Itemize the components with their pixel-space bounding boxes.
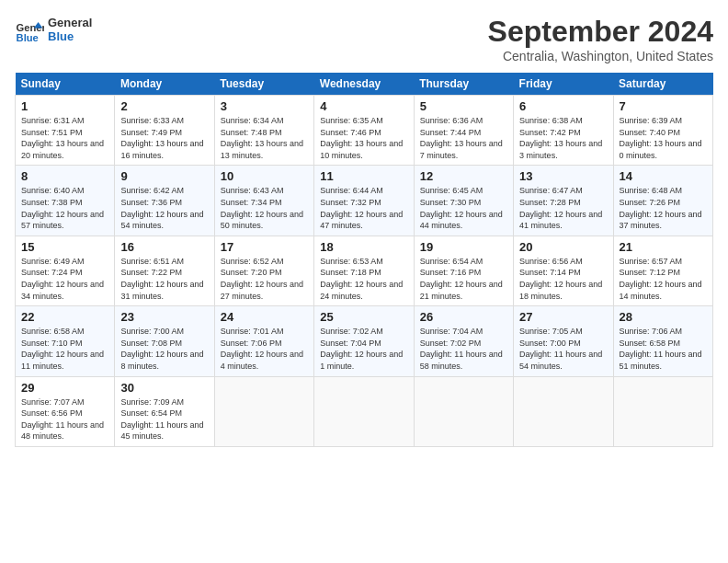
day-info: Sunrise: 6:51 AM Sunset: 7:22 PM Dayligh… — [120, 256, 208, 302]
day-number: 6 — [519, 99, 607, 113]
calendar-cell — [613, 376, 712, 446]
sunrise: Sunrise: 6:48 AM — [620, 185, 707, 197]
calendar-cell: 10 Sunrise: 6:43 AM Sunset: 7:34 PM Dayl… — [214, 166, 313, 236]
day-info: Sunrise: 6:36 AM Sunset: 7:44 PM Dayligh… — [420, 115, 507, 161]
sunrise: Sunrise: 6:57 AM — [620, 256, 707, 268]
calendar-cell: 7 Sunrise: 6:39 AM Sunset: 7:40 PM Dayli… — [613, 96, 712, 166]
header: General Blue General Blue September 2024… — [15, 15, 713, 63]
sunset: Sunset: 7:18 PM — [320, 267, 407, 279]
day-info: Sunrise: 6:34 AM Sunset: 7:48 PM Dayligh… — [221, 115, 308, 161]
daylight: Daylight: 13 hours and 3 minutes. — [519, 138, 607, 161]
calendar-table: Sunday Monday Tuesday Wednesday Thursday… — [15, 73, 713, 447]
sunset: Sunset: 7:22 PM — [120, 267, 208, 279]
main-title: September 2024 — [488, 15, 713, 49]
daylight: Daylight: 13 hours and 10 minutes. — [320, 138, 407, 161]
calendar-cell: 25 Sunrise: 7:02 AM Sunset: 7:04 PM Dayl… — [314, 306, 414, 376]
day-info: Sunrise: 6:49 AM Sunset: 7:24 PM Dayligh… — [21, 256, 108, 302]
calendar-cell — [214, 376, 313, 446]
sunset: Sunset: 7:14 PM — [519, 267, 607, 279]
header-sunday: Sunday — [16, 73, 115, 96]
daylight: Daylight: 12 hours and 24 minutes. — [320, 279, 407, 302]
sunrise: Sunrise: 6:39 AM — [620, 115, 707, 127]
daylight: Daylight: 13 hours and 20 minutes. — [21, 138, 108, 161]
day-info: Sunrise: 6:48 AM Sunset: 7:26 PM Dayligh… — [620, 185, 707, 231]
day-info: Sunrise: 6:42 AM Sunset: 7:36 PM Dayligh… — [120, 185, 208, 231]
logo-icon: General Blue — [15, 15, 44, 44]
day-info: Sunrise: 7:09 AM Sunset: 6:54 PM Dayligh… — [120, 396, 208, 442]
calendar-cell: 4 Sunrise: 6:35 AM Sunset: 7:46 PM Dayli… — [314, 96, 414, 166]
calendar-cell: 8 Sunrise: 6:40 AM Sunset: 7:38 PM Dayli… — [16, 166, 115, 236]
day-number: 27 — [519, 310, 607, 324]
day-number: 8 — [21, 169, 108, 183]
sunset: Sunset: 7:04 PM — [320, 338, 407, 350]
sunrise: Sunrise: 6:47 AM — [519, 185, 607, 197]
day-info: Sunrise: 6:56 AM Sunset: 7:14 PM Dayligh… — [519, 256, 607, 302]
daylight: Daylight: 13 hours and 0 minutes. — [620, 138, 707, 161]
daylight: Daylight: 12 hours and 8 minutes. — [120, 349, 208, 372]
daylight: Daylight: 12 hours and 27 minutes. — [221, 279, 308, 302]
day-number: 28 — [620, 310, 707, 324]
calendar-cell: 3 Sunrise: 6:34 AM Sunset: 7:48 PM Dayli… — [214, 96, 313, 166]
calendar-week-row: 1 Sunrise: 6:31 AM Sunset: 7:51 PM Dayli… — [16, 96, 713, 166]
sunset: Sunset: 7:34 PM — [221, 197, 308, 209]
calendar-cell: 28 Sunrise: 7:06 AM Sunset: 6:58 PM Dayl… — [613, 306, 712, 376]
sunset: Sunset: 6:58 PM — [620, 338, 707, 350]
sunset: Sunset: 7:26 PM — [620, 197, 707, 209]
day-number: 22 — [21, 310, 108, 324]
day-number: 24 — [221, 310, 308, 324]
day-info: Sunrise: 6:45 AM Sunset: 7:30 PM Dayligh… — [420, 185, 507, 231]
sunrise: Sunrise: 6:49 AM — [21, 256, 108, 268]
sunrise: Sunrise: 6:34 AM — [221, 115, 308, 127]
daylight: Daylight: 11 hours and 58 minutes. — [420, 349, 507, 372]
sunset: Sunset: 7:10 PM — [21, 338, 108, 350]
sunset: Sunset: 7:20 PM — [221, 267, 308, 279]
day-number: 16 — [120, 240, 208, 254]
calendar-cell: 23 Sunrise: 7:00 AM Sunset: 7:08 PM Dayl… — [115, 306, 214, 376]
sunrise: Sunrise: 6:35 AM — [320, 115, 407, 127]
header-saturday: Saturday — [613, 73, 712, 96]
day-info: Sunrise: 7:01 AM Sunset: 7:06 PM Dayligh… — [221, 326, 308, 372]
calendar-cell — [314, 376, 414, 446]
calendar-cell: 15 Sunrise: 6:49 AM Sunset: 7:24 PM Dayl… — [16, 236, 115, 305]
daylight: Daylight: 11 hours and 45 minutes. — [120, 419, 208, 442]
sunrise: Sunrise: 7:05 AM — [519, 326, 607, 338]
day-number: 3 — [221, 99, 308, 113]
subtitle: Centralia, Washington, United States — [488, 49, 713, 63]
sunset: Sunset: 7:12 PM — [620, 267, 707, 279]
header-wednesday: Wednesday — [314, 73, 414, 96]
day-number: 12 — [420, 169, 507, 183]
sunrise: Sunrise: 6:56 AM — [519, 256, 607, 268]
sunrise: Sunrise: 6:40 AM — [21, 185, 108, 197]
daylight: Daylight: 11 hours and 54 minutes. — [519, 349, 607, 372]
sunset: Sunset: 7:51 PM — [21, 127, 108, 139]
calendar-cell: 26 Sunrise: 7:04 AM Sunset: 7:02 PM Dayl… — [414, 306, 513, 376]
calendar-cell: 16 Sunrise: 6:51 AM Sunset: 7:22 PM Dayl… — [115, 236, 214, 305]
day-info: Sunrise: 6:54 AM Sunset: 7:16 PM Dayligh… — [420, 256, 507, 302]
calendar-week-row: 8 Sunrise: 6:40 AM Sunset: 7:38 PM Dayli… — [16, 166, 713, 236]
calendar-cell: 18 Sunrise: 6:53 AM Sunset: 7:18 PM Dayl… — [314, 236, 414, 305]
day-info: Sunrise: 6:53 AM Sunset: 7:18 PM Dayligh… — [320, 256, 407, 302]
day-info: Sunrise: 7:05 AM Sunset: 7:00 PM Dayligh… — [519, 326, 607, 372]
day-number: 21 — [620, 240, 707, 254]
day-info: Sunrise: 6:33 AM Sunset: 7:49 PM Dayligh… — [120, 115, 208, 161]
sunset: Sunset: 7:49 PM — [120, 127, 208, 139]
day-info: Sunrise: 7:02 AM Sunset: 7:04 PM Dayligh… — [320, 326, 407, 372]
daylight: Daylight: 12 hours and 1 minute. — [320, 349, 407, 372]
sunset: Sunset: 7:44 PM — [420, 127, 507, 139]
day-info: Sunrise: 6:43 AM Sunset: 7:34 PM Dayligh… — [221, 185, 308, 231]
day-number: 10 — [221, 169, 308, 183]
sunset: Sunset: 7:36 PM — [120, 197, 208, 209]
daylight: Daylight: 12 hours and 41 minutes. — [519, 209, 607, 232]
calendar-cell: 27 Sunrise: 7:05 AM Sunset: 7:00 PM Dayl… — [514, 306, 613, 376]
day-info: Sunrise: 6:39 AM Sunset: 7:40 PM Dayligh… — [620, 115, 707, 161]
sunset: Sunset: 7:00 PM — [519, 338, 607, 350]
sunrise: Sunrise: 6:51 AM — [120, 256, 208, 268]
daylight: Daylight: 12 hours and 54 minutes. — [120, 209, 208, 232]
sunset: Sunset: 7:42 PM — [519, 127, 607, 139]
day-number: 1 — [21, 99, 108, 113]
calendar-cell: 19 Sunrise: 6:54 AM Sunset: 7:16 PM Dayl… — [414, 236, 513, 305]
sunrise: Sunrise: 7:07 AM — [21, 396, 108, 408]
sunrise: Sunrise: 6:45 AM — [420, 185, 507, 197]
sunset: Sunset: 7:08 PM — [120, 338, 208, 350]
sunset: Sunset: 7:24 PM — [21, 267, 108, 279]
